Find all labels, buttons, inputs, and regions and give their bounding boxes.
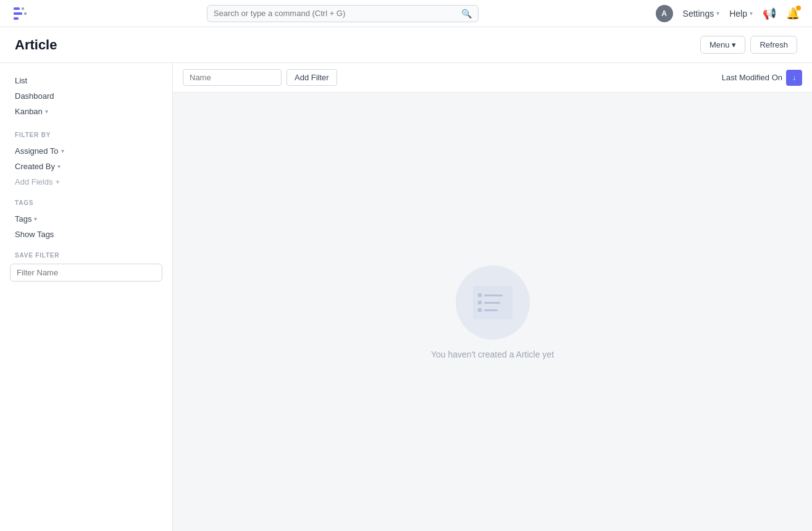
notifications-icon[interactable]: 🔔 (786, 7, 800, 20)
sidebar: List Dashboard Kanban ▾ FILTER BY Assign… (0, 63, 173, 531)
header-actions: Menu ▾ Refresh (700, 36, 797, 54)
menu-caret-icon: ▾ (732, 40, 736, 49)
page-header: Article Menu ▾ Refresh (0, 27, 812, 63)
empty-table-icon (468, 281, 517, 324)
page-wrapper: Article Menu ▾ Refresh List Dashboard Ka… (0, 0, 812, 531)
sidebar-navigation: List Dashboard Kanban ▾ (10, 73, 162, 119)
menu-button[interactable]: Menu ▾ (700, 36, 746, 54)
settings-button[interactable]: Settings ▾ (683, 9, 720, 19)
help-button[interactable]: Help ▾ (729, 9, 753, 19)
settings-caret-icon: ▾ (716, 10, 719, 17)
last-modified-label: Last Modified On (722, 73, 782, 82)
created-by-filter[interactable]: Created By ▾ (10, 159, 162, 174)
save-filter-section-label: SAVE FILTER (10, 252, 162, 259)
assigned-to-filter[interactable]: Assigned To ▾ (10, 143, 162, 159)
empty-state: You haven't created a Article yet (173, 93, 812, 531)
svg-rect-9 (484, 302, 500, 304)
svg-rect-10 (478, 308, 482, 312)
sidebar-item-dashboard[interactable]: Dashboard (10, 88, 162, 104)
svg-rect-7 (484, 295, 503, 296)
empty-text: You haven't created a Article yet (431, 349, 554, 359)
assigned-to-caret-icon: ▾ (61, 148, 64, 154)
notification-dot (796, 6, 801, 10)
search-icon: 🔍 (461, 9, 472, 19)
svg-rect-6 (478, 293, 482, 297)
sort-down-icon: ↓ (792, 73, 796, 82)
add-filter-button[interactable]: Add Filter (287, 69, 337, 86)
nav-right-actions: A Settings ▾ Help ▾ 📢 🔔 (656, 5, 800, 22)
svg-rect-3 (22, 7, 24, 10)
name-filter-input[interactable] (183, 69, 282, 86)
filter-by-section-label: FILTER BY (10, 132, 162, 138)
search-area: 🔍 (207, 5, 479, 22)
svg-rect-11 (484, 309, 498, 311)
filter-bar-right: Last Modified On ↓ (722, 70, 802, 86)
svg-rect-8 (478, 301, 482, 304)
svg-rect-1 (14, 12, 22, 15)
show-tags-button[interactable]: Show Tags (10, 227, 162, 242)
created-by-caret-icon: ▾ (57, 163, 61, 170)
svg-rect-4 (24, 12, 27, 15)
sort-button[interactable]: ↓ (786, 70, 802, 86)
sidebar-item-list[interactable]: List (10, 73, 162, 88)
search-input[interactable] (214, 9, 461, 18)
logo-area (12, 5, 30, 22)
tags-section-label: TAGS (10, 199, 162, 206)
avatar[interactable]: A (656, 5, 673, 22)
app-logo-icon[interactable] (12, 5, 30, 22)
kanban-caret-icon: ▾ (45, 108, 48, 115)
empty-illustration (456, 266, 530, 340)
svg-rect-0 (14, 7, 20, 10)
content-area: List Dashboard Kanban ▾ FILTER BY Assign… (0, 63, 812, 531)
add-fields-button[interactable]: Add Fields + (10, 174, 162, 190)
page-title: Article (15, 37, 57, 53)
refresh-button[interactable]: Refresh (750, 36, 797, 54)
sidebar-item-kanban[interactable]: Kanban ▾ (10, 104, 162, 119)
filter-name-input[interactable] (10, 264, 162, 282)
svg-rect-2 (14, 17, 19, 20)
top-navigation: 🔍 A Settings ▾ Help ▾ 📢 🔔 (0, 0, 812, 27)
tags-dropdown[interactable]: Tags ▾ (10, 211, 162, 227)
filter-bar: Add Filter Last Modified On ↓ (173, 63, 812, 93)
search-bar[interactable]: 🔍 (207, 5, 479, 22)
tags-caret-icon: ▾ (34, 215, 37, 222)
main-content: Add Filter Last Modified On ↓ (173, 63, 812, 531)
help-caret-icon: ▾ (750, 10, 753, 17)
add-fields-plus-icon: + (55, 177, 60, 186)
announcements-icon[interactable]: 📢 (763, 7, 776, 20)
